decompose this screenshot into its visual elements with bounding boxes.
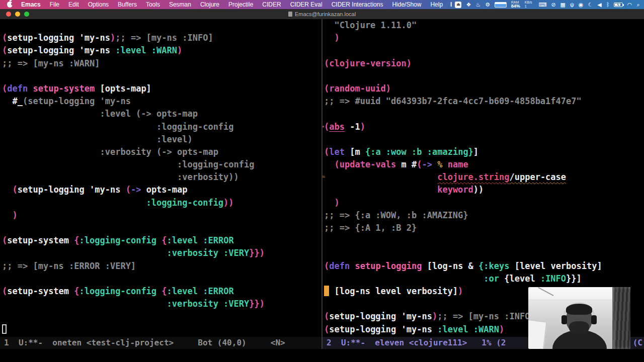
net-up: 1 KB/s xyxy=(525,0,534,5)
code-line: ;; => {:A 1, :B 2} xyxy=(324,222,642,234)
menu-item-cider-eval[interactable]: CIDER Eval xyxy=(286,1,327,8)
code-line xyxy=(2,19,319,32)
volume-icon[interactable]: ◀ xyxy=(597,2,601,8)
code-line: (setup-system {:logging-config {:level :… xyxy=(2,285,319,298)
code-line: ) xyxy=(324,32,642,44)
code-line xyxy=(324,108,642,120)
code-line: clojure.string/upper-case xyxy=(324,171,642,184)
code-line: :verbosity (-> opts-map xyxy=(2,146,319,158)
code-line: ;; => [my-ns :ERROR :VERY] xyxy=(2,260,319,273)
code-line: (setup-logging 'my-ns);; => [my-ns :INFO… xyxy=(2,32,319,44)
moon-icon[interactable]: ☾ xyxy=(588,2,593,8)
code-line: :verbosity :VERY}}) xyxy=(2,247,319,259)
code-line: ) xyxy=(324,197,642,209)
modeline-inactive[interactable]: 1 U:**- oneten <test-clj-project> Bot (4… xyxy=(0,337,321,349)
webcam-whiteboard xyxy=(528,319,547,349)
left-buffer-test-clj-project[interactable]: (setup-logging 'my-ns);; => [my-ns :INFO… xyxy=(2,19,319,336)
ram-value: 84% xyxy=(511,4,520,9)
bluetooth-icon[interactable]: ᛒ xyxy=(606,2,610,8)
code-line: keyword)) xyxy=(324,184,642,196)
code-line xyxy=(324,247,642,259)
window-divider[interactable] xyxy=(321,19,323,349)
menu-app-icon[interactable]: ⏏ xyxy=(455,2,461,8)
window-title: Emacs@furinkazan.local xyxy=(0,11,644,17)
code-line xyxy=(2,273,319,285)
flycheck-error-fringe-icon: ≈ xyxy=(322,173,325,179)
ram-gauge-icon[interactable] xyxy=(495,2,507,8)
code-line: (abs -1) xyxy=(324,121,642,133)
menu-item-buffers[interactable]: Buffers xyxy=(113,1,141,8)
code-line: ;; => [my-ns :WARN] xyxy=(2,57,319,70)
code-line: :level) xyxy=(2,133,319,146)
code-line: (update-vals m #(-> % name xyxy=(324,158,642,171)
battery-charging-icon[interactable]: ϟ xyxy=(614,3,622,7)
code-line xyxy=(2,222,319,234)
code-line: :logging-config)) xyxy=(2,197,319,209)
input-source-icon[interactable]: ▦ xyxy=(560,2,566,8)
code-line xyxy=(324,44,642,57)
code-line xyxy=(324,133,642,146)
code-line: ) xyxy=(2,209,319,222)
menu-item-emacs[interactable]: Emacs xyxy=(17,1,45,8)
code-line: :logging-config xyxy=(2,121,319,133)
code-line: (clojure-version) xyxy=(324,57,642,70)
modeline-mode-tail: (C xyxy=(633,337,642,349)
code-line xyxy=(2,310,319,323)
code-line: (setup-system {:logging-config {:level :… xyxy=(2,234,319,247)
gear-icon[interactable]: ⚙ xyxy=(485,2,490,8)
code-line: (defn setup-system [opts-map] xyxy=(2,82,319,95)
webcam-headphone-cup xyxy=(591,315,597,324)
code-line xyxy=(2,323,319,336)
webcam-person-beard xyxy=(569,321,589,334)
document-icon xyxy=(288,12,292,17)
block-cursor xyxy=(324,286,329,296)
code-line: :verbosity)) xyxy=(2,171,319,184)
code-line: :level (-> opts-map xyxy=(2,108,319,120)
webcam-overlay xyxy=(528,287,630,349)
play-circle-icon[interactable]: ◉ xyxy=(579,2,584,8)
ram-readout[interactable]: RAM 84% xyxy=(511,1,520,9)
extension-icon[interactable]: ❖ xyxy=(466,2,471,8)
code-line xyxy=(324,234,642,247)
menu-item-clojure[interactable]: Clojure xyxy=(196,1,224,8)
code-line: (setup-logging 'my-ns (-> opts-map xyxy=(2,184,319,196)
menu-item-hide-show[interactable]: Hide/Show xyxy=(387,1,426,8)
code-line xyxy=(2,70,319,82)
macos-menu-bar: EmacsFileEditOptionsBuffersToolsSesmanCl… xyxy=(0,0,644,9)
eval-indicator-icon: ● xyxy=(322,124,325,129)
menu-item-projectile[interactable]: Projectile xyxy=(224,1,258,8)
hollow-cursor xyxy=(2,324,7,334)
menu-item-help[interactable]: Help xyxy=(426,1,447,8)
code-line: #_(setup-logging 'my-ns xyxy=(2,95,319,108)
menu-item-cider[interactable]: CIDER xyxy=(258,1,285,8)
code-line: :verbosity :VERY}}) xyxy=(2,298,319,310)
webcam-headphone-cup xyxy=(561,315,567,324)
menu-item-file[interactable]: File xyxy=(45,1,64,8)
usb-icon[interactable]: ψ xyxy=(570,2,574,8)
menu-item-edit[interactable]: Edit xyxy=(64,1,84,8)
menu-item-cider-interactions[interactable]: CIDER Interactions xyxy=(327,1,388,8)
search-icon[interactable]: ⌕ xyxy=(636,2,639,8)
code-line: (defn setup-logging [log-ns & {:keys [le… xyxy=(324,260,642,273)
caffeine-icon[interactable]: ♨ xyxy=(475,2,480,8)
keyboard-icon[interactable]: ⌨ xyxy=(538,2,546,8)
menu-item-tools[interactable]: Tools xyxy=(141,1,165,8)
menu-item-sesman[interactable]: Sesman xyxy=(165,1,196,8)
apple-menu-icon[interactable] xyxy=(7,2,13,8)
code-line: :or {level :INFO}}] xyxy=(324,273,642,285)
code-line: (random-uuid) xyxy=(324,82,642,95)
text-cursor-icon: I xyxy=(447,1,455,8)
webcam-person-hair xyxy=(566,304,592,315)
code-line: (setup-logging 'my-ns :level :WARN) xyxy=(2,44,319,57)
code-line: :logging-config xyxy=(2,158,319,171)
menu-item-options[interactable]: Options xyxy=(84,1,113,8)
code-line: (let [m {:a :wow :b :amazing}] xyxy=(324,146,642,158)
dnd-icon[interactable]: ⊘ xyxy=(551,2,555,8)
code-line xyxy=(324,70,642,82)
code-line: ;; => {:a :WOW, :b :AMAZING} xyxy=(324,209,642,222)
wifi-icon[interactable]: ◠ xyxy=(627,2,632,8)
code-line: ;; => #uuid "d64393b7-2fca-4cc7-b609-485… xyxy=(324,95,642,108)
webcam-curtain xyxy=(612,287,630,349)
menu-items: EmacsFileEditOptionsBuffersToolsSesmanCl… xyxy=(4,1,447,8)
code-line: "Clojure 1.11.0" xyxy=(324,19,642,32)
